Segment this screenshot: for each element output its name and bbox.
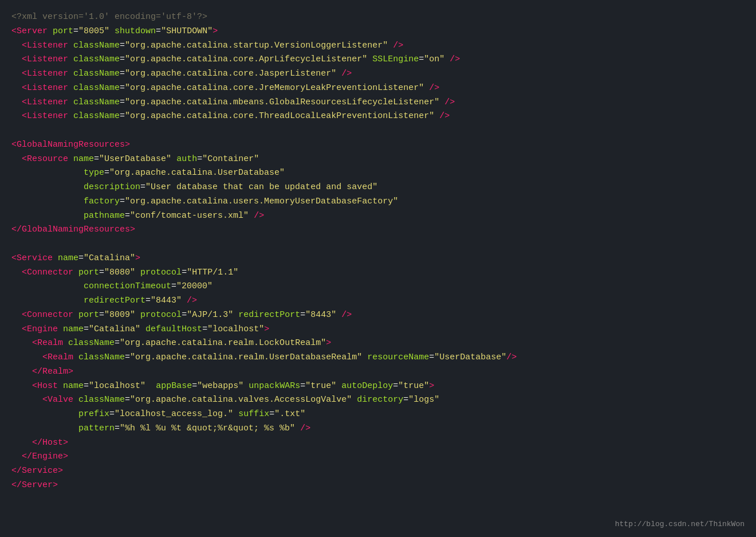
xml-tag: /> — [444, 97, 455, 107]
xml-text — [11, 409, 78, 419]
xml-text — [11, 438, 32, 448]
xml-value: "8005" — [78, 26, 109, 36]
xml-text — [336, 69, 341, 79]
xml-attr: className — [73, 41, 120, 50]
xml-text — [171, 154, 176, 164]
xml-attr: shutdown — [115, 26, 156, 36]
code-line: factory="org.apache.catalina.users.Memor… — [11, 195, 745, 209]
xml-text — [109, 26, 115, 36]
code-line: <Host name="localhost" appBase="webapps"… — [11, 379, 745, 394]
xml-tag: <Valve — [42, 395, 73, 405]
xml-text — [73, 352, 78, 362]
xml-text: = — [393, 381, 398, 391]
xml-value: "true" — [398, 381, 429, 391]
code-line: <Resource name="UserDatabase" auth="Cont… — [11, 152, 745, 167]
code-line: <Connector port="8080" protocol="HTTP/1.… — [11, 266, 745, 280]
xml-text — [233, 409, 238, 419]
xml-text — [11, 182, 84, 192]
xml-text — [11, 352, 42, 362]
xml-tag: </Host — [32, 438, 63, 448]
xml-text — [11, 69, 22, 79]
xml-attr: name — [73, 154, 94, 164]
xml-text: = — [300, 310, 305, 320]
xml-tag: <Engine — [22, 324, 58, 334]
code-line: redirectPort="8443" /> — [11, 294, 745, 308]
code-line: pattern="%h %l %u %t &quot;%r&quot; %s %… — [11, 422, 745, 436]
xml-text — [68, 54, 73, 64]
xml-tag: </Realm — [32, 367, 68, 377]
xml-value: "UserDatabase" — [434, 352, 506, 362]
xml-text: = — [120, 197, 125, 206]
xml-tag: /> — [429, 83, 439, 93]
xml-text — [336, 310, 341, 320]
xml-text — [135, 310, 140, 320]
xml-tag: <Host — [32, 381, 58, 391]
xml-tag: <Service — [11, 253, 53, 263]
xml-text: = — [192, 381, 197, 391]
xml-tag: > — [429, 381, 434, 391]
xml-value: "webapps" — [197, 381, 243, 391]
xml-tag: <Listener — [22, 83, 68, 93]
xml-attr: className — [68, 338, 115, 348]
xml-attr: className — [73, 69, 120, 79]
xml-text — [362, 352, 367, 362]
code-line: </Realm> — [11, 365, 745, 379]
xml-text — [58, 381, 63, 391]
xml-attr: auth — [176, 154, 197, 164]
xml-text — [11, 324, 22, 334]
xml-tag: </Engine — [22, 452, 63, 461]
xml-tag: <GlobalNamingResources — [11, 140, 125, 150]
xml-attr: factory — [84, 197, 120, 206]
xml-tag: > — [63, 438, 68, 448]
xml-tag: /> — [506, 352, 517, 362]
xml-value: "org.apache.catalina.core.JasperListener… — [125, 69, 336, 79]
xml-text: = — [78, 253, 84, 263]
xml-text: = — [115, 424, 120, 433]
xml-attr: autoDeploy — [341, 381, 393, 391]
xml-text: = — [202, 324, 207, 334]
xml-text — [434, 111, 439, 121]
xml-tag: > — [130, 225, 135, 234]
xml-text — [11, 296, 84, 305]
xml-text: = — [419, 54, 424, 64]
xml-attr: protocol — [140, 310, 182, 320]
xml-text — [11, 268, 22, 277]
xml-tag: <Resource — [22, 154, 68, 164]
xml-tag: > — [212, 26, 218, 36]
xml-value: "org.apache.catalina.UserDatabase" — [109, 168, 285, 178]
xml-value: ".txt" — [274, 409, 305, 419]
xml-value: "org.apache.catalina.mbeans.GlobalResour… — [125, 97, 439, 107]
xml-text — [182, 296, 187, 305]
xml-text: = — [84, 324, 89, 334]
xml-tag: /> — [450, 54, 460, 64]
xml-value: "UserDatabase" — [99, 154, 171, 164]
code-line: description="User database that can be u… — [11, 181, 745, 195]
xml-text — [11, 154, 22, 164]
code-line: <Listener className="org.apache.catalina… — [11, 53, 745, 67]
code-line: <GlobalNamingResources> — [11, 138, 745, 152]
xml-tag: <Connector — [22, 268, 73, 277]
xml-text — [11, 83, 22, 93]
xml-text — [73, 310, 78, 320]
code-line: </Service> — [11, 464, 745, 479]
xml-attr: redirectPort — [238, 310, 300, 320]
code-line — [11, 124, 745, 138]
xml-text — [11, 211, 84, 221]
xml-attr: port — [78, 310, 99, 320]
xml-text: = — [156, 26, 161, 36]
xml-value: "org.apache.catalina.startup.VersionLogg… — [125, 41, 388, 50]
xml-tag: > — [326, 338, 331, 348]
code-line: type="org.apache.catalina.UserDatabase" — [11, 166, 745, 181]
xml-text: = — [125, 352, 130, 362]
code-line: connectionTimeout="20000" — [11, 280, 745, 294]
xml-value: "8443" — [151, 296, 182, 305]
xml-text — [68, 41, 73, 50]
xml-attr: name — [63, 381, 84, 391]
code-line: <?xml version='1.0' encoding='utf-8'?> — [11, 10, 745, 25]
code-line: <Server port="8005" shutdown="SHUTDOWN"> — [11, 25, 745, 39]
xml-value: "localhost" — [89, 381, 145, 391]
xml-attr: className — [78, 395, 125, 405]
xml-text: = — [99, 268, 104, 277]
xml-value: "Catalina" — [89, 324, 140, 334]
xml-tag: <Listener — [22, 41, 68, 50]
